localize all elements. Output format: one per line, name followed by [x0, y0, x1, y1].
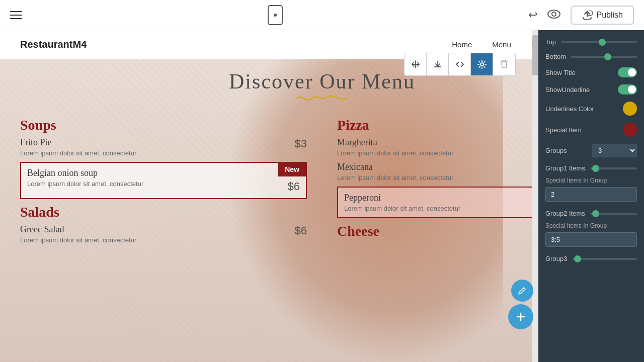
panel-row-special-item: Special Item — [545, 123, 637, 137]
svg-point-3 — [480, 63, 484, 66]
panel-row-underlines-color: Underlines Color — [545, 102, 637, 116]
widget-toolbar — [404, 53, 516, 76]
menu-column-left: Soups Frito Pie Lorem ipsum dolor sit am… — [20, 117, 307, 249]
toolbar-left — [10, 11, 22, 19]
slider-bottom[interactable] — [571, 56, 637, 58]
panel-label-bottom: Bottom — [545, 53, 566, 60]
phone-preview-icon[interactable] — [268, 5, 283, 25]
panel-row-top: Top — [545, 38, 637, 46]
show-underline-toggle[interactable] — [618, 84, 637, 95]
panel-row-groups: Groups 12345 — [545, 144, 637, 157]
panel-row-show-title: Show Title — [545, 67, 637, 77]
group2-slider[interactable] — [590, 213, 637, 215]
right-panel: Top Bottom Show Title ShowUnderline Unde… — [538, 30, 644, 362]
panel-label-show-title: Show Title — [545, 69, 576, 76]
groups-select[interactable]: 12345 — [592, 144, 637, 157]
widget-move-button[interactable] — [405, 53, 427, 75]
top-toolbar: ↩ Publish — [0, 0, 644, 30]
hamburger-icon[interactable] — [10, 11, 22, 19]
item-price: $6 — [288, 180, 300, 193]
panel-group3-section: Group3 — [545, 255, 637, 262]
toolbar-center — [268, 5, 283, 25]
panel-label-show-underline: ShowUnderline — [545, 86, 590, 94]
menu-item-row: Frito Pie Lorem ipsum dolor sit amet, co… — [20, 137, 307, 157]
item-info: Frito Pie Lorem ipsum dolor sit amet, co… — [20, 137, 136, 157]
group3-slider-row: Group3 — [545, 255, 637, 262]
section-title-salads: Salads — [20, 204, 307, 220]
svg-point-0 — [548, 10, 560, 18]
menu-item-greec-salad: Greec Salad Lorem ipsum dolor sit amet, … — [20, 224, 307, 244]
group2-special-label: Special Items In Group — [545, 222, 637, 229]
publish-button[interactable]: Publish — [571, 6, 634, 25]
underlines-color-swatch[interactable] — [623, 102, 637, 116]
widget-code-button[interactable] — [449, 53, 471, 75]
group3-slider[interactable] — [572, 258, 637, 260]
special-item-color-swatch[interactable] — [623, 123, 637, 137]
preview-eye-icon[interactable] — [547, 9, 560, 22]
item-info: Greec Salad Lorem ipsum dolor sit amet, … — [20, 224, 136, 244]
menu-item-belgian-soup-special: New Belgian onion soup Lorem ipsum dolor… — [20, 162, 307, 199]
slider-top[interactable] — [561, 41, 637, 43]
show-title-toggle[interactable] — [618, 67, 637, 77]
panel-row-bottom: Bottom — [545, 53, 637, 60]
group1-special-input[interactable]: 2 — [545, 187, 637, 202]
panel-row-show-underline: ShowUnderline — [545, 84, 637, 95]
panel-label-top: Top — [545, 38, 556, 46]
panel-group1-section: Group1 Items Special Items In Group 2 — [545, 164, 637, 207]
widget-delete-button[interactable] — [493, 53, 515, 75]
widget-settings-button[interactable] — [471, 53, 493, 75]
section-title-soups: Soups — [20, 117, 307, 133]
undo-icon[interactable]: ↩ — [528, 9, 537, 22]
item-name: Frito Pie — [20, 137, 136, 148]
group1-slider[interactable] — [590, 167, 637, 169]
item-name: Greec Salad — [20, 224, 136, 235]
menu-item-frito-pie: Frito Pie Lorem ipsum dolor sit amet, co… — [20, 137, 307, 157]
panel-group2-section: Group2 Items Special Items In Group 3;5 — [545, 210, 637, 252]
nav-home[interactable]: Home — [452, 40, 472, 49]
panel-label-group3: Group3 — [545, 255, 567, 262]
item-desc: Lorem ipsum dolor sit amet, consectetur — [20, 149, 136, 157]
menu-item-row: Greec Salad Lorem ipsum dolor sit amet, … — [20, 224, 307, 244]
panel-label-underlines-color: Underlines Color — [545, 105, 594, 113]
scrollbar-thumb[interactable] — [532, 35, 538, 75]
main-scrollbar[interactable] — [532, 30, 538, 362]
group1-slider-row: Group1 Items — [545, 164, 637, 172]
item-name: Belgian onion soup — [27, 168, 300, 178]
publish-label: Publish — [597, 11, 623, 20]
group2-special-input[interactable]: 3;5 — [545, 232, 637, 247]
item-desc: Lorem ipsum dolor sit amet, consectetur — [20, 236, 136, 244]
toolbar-right: ↩ Publish — [528, 6, 634, 25]
site-logo: RestaurantM4 — [20, 39, 87, 50]
widget-download-button[interactable] — [427, 53, 449, 75]
panel-label-group1: Group1 Items — [545, 164, 585, 172]
fab-pencil-button[interactable] — [511, 280, 533, 302]
panel-label-special-item: Special Item — [545, 126, 582, 134]
menu-item-row: Lorem ipsum dolor sit amet, consectetur … — [27, 180, 300, 193]
new-badge: New — [278, 162, 306, 176]
panel-label-groups: Groups — [545, 147, 567, 154]
nav-menu[interactable]: Menu — [492, 40, 511, 49]
fab-plus-button[interactable] — [508, 304, 533, 329]
panel-label-group2: Group2 Items — [545, 210, 585, 217]
item-price: $6 — [295, 224, 307, 237]
group2-slider-row: Group2 Items — [545, 210, 637, 217]
svg-point-1 — [552, 12, 556, 16]
item-desc: Lorem ipsum dolor sit amet, consectetur — [27, 180, 143, 188]
group1-special-label: Special Items In Group — [545, 177, 637, 184]
item-price: $3 — [295, 137, 307, 150]
